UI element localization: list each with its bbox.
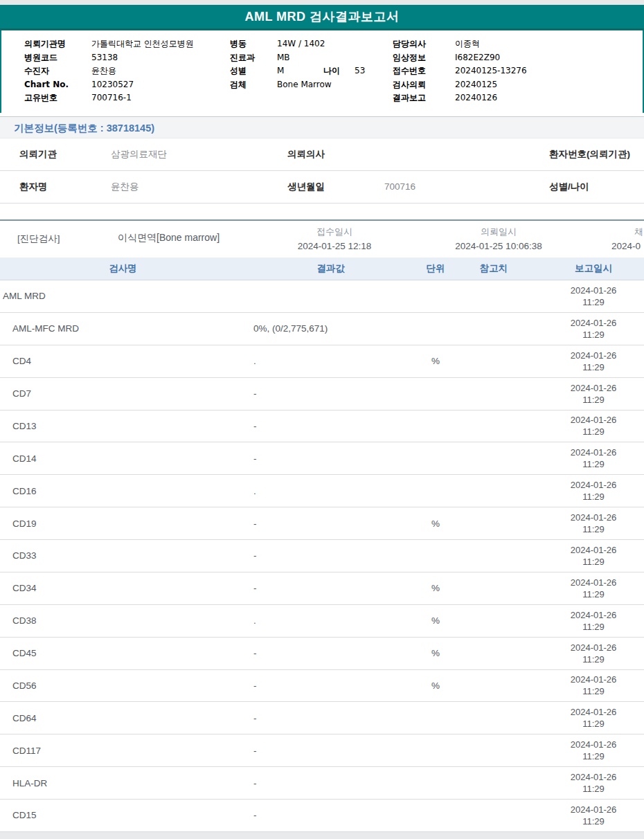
report-time: 11:29 — [543, 458, 644, 470]
requested-value: 2024-01-25 10:06:38 — [447, 239, 551, 253]
basic-info-table: 의뢰기관삼광의료재단의뢰의사환자번호(의뢰기관)환자명윤찬용생년월일700716… — [0, 138, 644, 204]
collected-datetime-truncated: 채 2024-0 — [611, 224, 644, 253]
result-value: - — [246, 388, 415, 399]
collected-label: 채 — [611, 224, 644, 239]
basic-info-cell: 의뢰의사 — [287, 138, 384, 170]
unit-value: % — [415, 356, 456, 366]
report-date: 2024-01-26 — [543, 544, 644, 556]
bottom-strip — [0, 832, 644, 839]
field-label: 나이 — [323, 64, 355, 78]
report-datetime: 2024-01-2611:29 — [532, 382, 644, 406]
field-label: 임상정보 — [393, 51, 455, 65]
patient-info-row: 검사의뢰20240125 — [393, 78, 527, 92]
result-row: CD117-2024-01-2611:29 — [0, 734, 644, 767]
field-label: 수진자 — [24, 64, 91, 78]
report-time: 11:29 — [543, 588, 644, 600]
report-datetime: 2024-01-2611:29 — [532, 544, 644, 568]
field-value: 14W / 1402 — [277, 39, 325, 48]
result-value: . — [246, 615, 415, 626]
report-datetime: 2024-01-2611:29 — [532, 512, 644, 535]
report-time: 11:29 — [543, 750, 644, 762]
patient-info-row: 병동14W / 1402 — [230, 37, 365, 51]
order-test-group: 이식면역[Bone marrow] — [118, 232, 220, 244]
result-value: - — [246, 810, 415, 820]
received-label: 접수일시 — [296, 224, 373, 239]
report-datetime: 2024-01-2611:29 — [532, 674, 644, 697]
report-time: 11:29 — [543, 329, 644, 341]
result-value: - — [246, 778, 415, 788]
results-table-header: 검사명 결과값 단위 참고치 보고일시 — [0, 258, 644, 280]
received-datetime: 접수일시 2024-01-25 12:18 — [296, 224, 373, 253]
test-name: CD15 — [0, 810, 246, 820]
basic-info-header: 기본정보(등록번호 : 38718145) — [0, 116, 644, 138]
result-row: CD56-%2024-01-2611:29 — [0, 670, 644, 703]
patient-info-row: 접수번호20240125-13276 — [393, 64, 527, 78]
report-title: AML MRD 검사결과보고서 — [244, 10, 399, 24]
report-title-banner: AML MRD 검사결과보고서 — [0, 5, 644, 30]
test-name: CD7 — [0, 388, 246, 399]
field-value: I682E2Z90 — [455, 53, 500, 62]
report-datetime: 2024-01-2611:29 — [532, 577, 644, 600]
field-value: 이종혁 — [455, 39, 480, 48]
report-date: 2024-01-26 — [543, 771, 644, 783]
result-row: CD19-%2024-01-2611:29 — [0, 507, 644, 540]
unit-value: % — [415, 648, 456, 658]
test-name: HLA-DR — [0, 778, 246, 788]
report-date: 2024-01-26 — [543, 512, 644, 523]
test-name: CD117 — [0, 746, 246, 756]
report-time: 11:29 — [543, 718, 644, 730]
result-row: AML MRD2024-01-2611:29 — [0, 280, 644, 313]
result-row: CD38.%2024-01-2611:29 — [0, 605, 644, 638]
field-value: MB — [277, 53, 290, 62]
field-value: 20240125-13276 — [455, 66, 527, 75]
field-value: Bone Marrow — [277, 80, 332, 89]
test-name: CD19 — [0, 518, 246, 529]
field-label: 성별 — [230, 64, 277, 78]
report-datetime: 2024-01-2611:29 — [532, 350, 644, 373]
field-value: 20240125 — [455, 80, 497, 89]
patient-info-row: 결과보고20240126 — [393, 91, 527, 105]
patient-info-row: 검체Bone Marrow — [230, 78, 365, 92]
result-value: - — [246, 550, 415, 561]
report-date: 2024-01-26 — [543, 642, 644, 653]
patient-info-row: 병원코드53138 — [24, 51, 194, 65]
patient-info-row: 수진자윤찬용 — [24, 64, 194, 78]
report-time: 11:29 — [543, 426, 644, 437]
report-time: 11:29 — [543, 394, 644, 406]
test-name: CD33 — [0, 550, 246, 561]
result-row: CD33-2024-01-2611:29 — [0, 540, 644, 572]
field-value: 53 — [355, 66, 365, 75]
report-date: 2024-01-26 — [543, 609, 644, 621]
field-label: 성별/나이 — [549, 181, 589, 192]
unit-value: % — [415, 615, 456, 626]
field-value: 삼광의료재단 — [111, 149, 167, 159]
report-date: 2024-01-26 — [543, 317, 644, 329]
report-time: 11:29 — [543, 621, 644, 633]
patient-info-row: Chart No.10230527 — [24, 78, 194, 92]
field-value: 윤찬용 — [91, 66, 116, 75]
patient-info-col-middle: 병동14W / 1402진료과MB성별M나이53검체Bone Marrow — [230, 37, 365, 91]
basic-info-cell: 생년월일700716 — [287, 171, 415, 203]
patient-info-panel: 의뢰기관명가톨릭대학교 인천성모병원병원코드53138수진자윤찬용Chart N… — [0, 30, 644, 113]
result-row: HLA-DR-2024-01-2611:29 — [0, 767, 644, 800]
result-value: - — [246, 518, 415, 529]
requested-datetime: 의뢰일시 2024-01-25 10:06:38 — [447, 224, 551, 253]
report-time: 11:29 — [543, 523, 644, 535]
col-header-reference: 참고치 — [456, 262, 532, 275]
report-time: 11:29 — [543, 653, 644, 665]
report-time: 11:29 — [543, 783, 644, 795]
result-row: CD16.2024-01-2611:29 — [0, 475, 644, 507]
field-value: 10230527 — [91, 80, 134, 89]
result-value: . — [246, 486, 415, 496]
unit-value: % — [415, 518, 456, 529]
result-value: - — [246, 421, 415, 431]
field-label: 환자번호(의뢰기관) — [549, 149, 630, 159]
patient-info-row: 의뢰기관명가톨릭대학교 인천성모병원 — [24, 37, 194, 51]
field-value: 윤찬용 — [111, 181, 139, 192]
field-label: 검사의뢰 — [393, 78, 455, 92]
report-date: 2024-01-26 — [543, 479, 644, 491]
field-label: 검체 — [230, 78, 277, 92]
patient-info-col-right: 담당의사이종혁임상정보I682E2Z90접수번호20240125-13276검사… — [393, 37, 527, 105]
field-label: 담당의사 — [393, 37, 455, 51]
basic-info-row: 환자명윤찬용생년월일700716성별/나이 — [0, 171, 644, 204]
